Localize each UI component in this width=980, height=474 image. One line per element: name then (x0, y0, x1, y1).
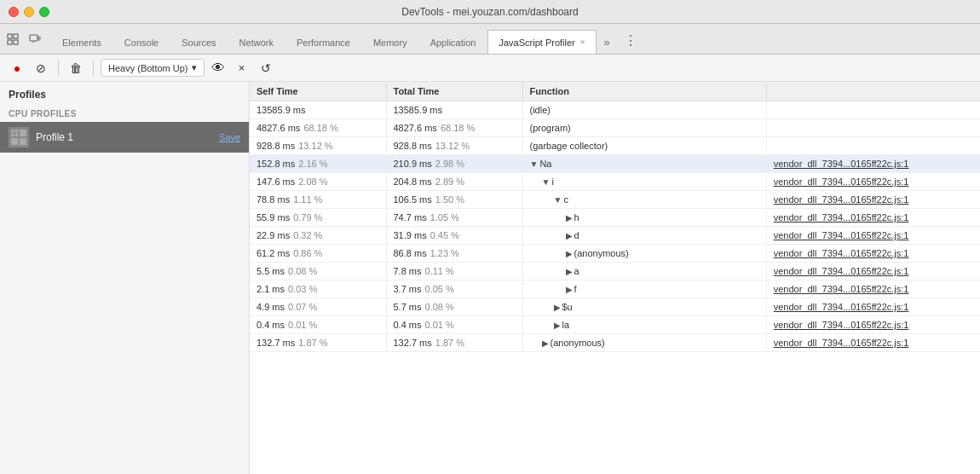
col-function[interactable]: Function (522, 82, 766, 101)
table-row[interactable]: 928.8 ms13.12 %928.8 ms13.12 %(garbage c… (250, 137, 980, 155)
cell-file[interactable]: vendor_dll_7394...0165ff22c.js:1 (766, 316, 980, 334)
maximize-button[interactable] (39, 7, 49, 17)
cell-self-time: 4827.6 ms68.18 % (250, 119, 386, 137)
tab-network[interactable]: Network (228, 30, 285, 54)
expand-icon[interactable]: ▶ (566, 285, 573, 294)
cell-total-time: 13585.9 ms (386, 101, 522, 119)
cell-function[interactable]: (program) (522, 119, 766, 137)
expand-icon[interactable]: ▼ (554, 195, 562, 205)
exclude-button[interactable]: × (232, 58, 252, 78)
clear-button[interactable]: 🗑 (66, 58, 86, 78)
tab-elements[interactable]: Elements (51, 30, 112, 54)
tab-js-profiler[interactable]: JavaScript Profiler × (487, 30, 596, 54)
expand-icon[interactable]: ▶ (554, 321, 561, 330)
cell-function[interactable]: ▼c (522, 191, 766, 209)
cell-file[interactable]: vendor_dll_7394...0165ff22c.js:1 (766, 173, 980, 191)
cell-function[interactable]: ▶(anonymous) (522, 334, 766, 352)
table-row[interactable]: 4827.6 ms68.18 %4827.6 ms68.18 %(program… (250, 119, 980, 137)
profile-save-link[interactable]: Save (219, 132, 240, 142)
focus-button[interactable]: 👁 (208, 58, 228, 78)
expand-icon[interactable]: ▶ (566, 249, 573, 258)
dropdown-arrow-icon: ▾ (192, 62, 197, 73)
cell-file[interactable]: vendor_dll_7394...0165ff22c.js:1 (766, 280, 980, 298)
minimize-button[interactable] (24, 7, 34, 17)
close-button[interactable] (9, 7, 19, 17)
table-header-row: Self Time Total Time Function (250, 82, 980, 101)
profile-icon (9, 127, 29, 147)
table-row[interactable]: 0.4 ms0.01 %0.4 ms0.01 %▶lavendor_dll_73… (250, 316, 980, 334)
table-row[interactable]: 132.7 ms1.87 %132.7 ms1.87 %▶(anonymous)… (250, 334, 980, 352)
cell-file[interactable]: vendor_dll_7394...0165ff22c.js:1 (766, 155, 980, 173)
cpu-profiles-label: CPU PROFILES (0, 106, 249, 122)
cell-file[interactable]: vendor_dll_7394...0165ff22c.js:1 (766, 191, 980, 209)
cell-function[interactable]: ▼Na (522, 155, 766, 173)
table-row[interactable]: 22.9 ms0.32 %31.9 ms0.45 %▶dvendor_dll_7… (250, 227, 980, 245)
profile-item[interactable]: Profile 1 Save (0, 122, 249, 153)
expand-icon[interactable]: ▼ (530, 159, 539, 169)
cell-total-time: 132.7 ms1.87 % (386, 334, 522, 352)
record-button[interactable]: ● (7, 58, 27, 78)
tab-bar: Elements Console Sources Network Perform… (0, 24, 980, 55)
table-row[interactable]: 78.8 ms1.11 %106.5 ms1.50 %▼cvendor_dll_… (250, 191, 980, 209)
tab-sources[interactable]: Sources (170, 30, 227, 54)
cell-function[interactable]: ▶$u (522, 298, 766, 316)
expand-icon[interactable]: ▶ (554, 303, 561, 312)
expand-icon[interactable]: ▶ (542, 338, 549, 348)
tab-application[interactable]: Application (419, 30, 487, 54)
cell-self-time: 78.8 ms1.11 % (250, 191, 386, 209)
cell-function[interactable]: ▶la (522, 316, 766, 334)
cell-function[interactable]: ▶d (522, 227, 766, 245)
cell-self-time: 55.9 ms0.79 % (250, 209, 386, 227)
traffic-lights (9, 7, 49, 17)
cell-total-time: 0.4 ms0.01 % (386, 316, 522, 334)
expand-icon[interactable]: ▶ (566, 231, 573, 240)
cell-file[interactable]: vendor_dll_7394...0165ff22c.js:1 (766, 298, 980, 316)
tab-more-button[interactable]: » (597, 36, 617, 49)
expand-icon[interactable]: ▶ (566, 267, 573, 276)
devtools-menu-button[interactable]: ⋮ (617, 32, 644, 49)
table-row[interactable]: 2.1 ms0.03 %3.7 ms0.05 %▶fvendor_dll_739… (250, 280, 980, 298)
view-dropdown[interactable]: Heavy (Bottom Up) ▾ (101, 59, 205, 77)
cell-total-time: 7.8 ms0.11 % (386, 263, 522, 280)
cell-function[interactable]: (idle) (522, 101, 766, 119)
cell-file[interactable]: vendor_dll_7394...0165ff22c.js:1 (766, 227, 980, 245)
cell-function[interactable]: ▶f (522, 280, 766, 298)
tab-close-icon[interactable]: × (580, 38, 585, 47)
cell-function[interactable]: ▶h (522, 209, 766, 227)
cell-total-time: 74.7 ms1.05 % (386, 209, 522, 227)
table-row[interactable]: 55.9 ms0.79 %74.7 ms1.05 %▶hvendor_dll_7… (250, 209, 980, 227)
cell-function[interactable]: (garbage collector) (522, 137, 766, 155)
cell-function[interactable]: ▶(anonymous) (522, 245, 766, 263)
cell-function[interactable]: ▼i (522, 173, 766, 191)
cell-self-time: 928.8 ms13.12 % (250, 137, 386, 155)
cell-total-time: 31.9 ms0.45 % (386, 227, 522, 245)
main-container: Profiles CPU PROFILES Profile 1 Save (0, 82, 980, 474)
stop-button[interactable]: ⊘ (31, 58, 51, 78)
table-row[interactable]: 13585.9 ms13585.9 ms(idle) (250, 101, 980, 119)
cell-total-time: 86.8 ms1.23 % (386, 245, 522, 263)
refresh-button[interactable]: ↺ (256, 58, 276, 78)
tab-console[interactable]: Console (113, 30, 170, 54)
inspect-icon[interactable] (3, 30, 22, 49)
svg-rect-4 (30, 35, 37, 41)
cell-function[interactable]: ▶a (522, 263, 766, 280)
tab-memory[interactable]: Memory (362, 30, 418, 54)
cell-file[interactable]: vendor_dll_7394...0165ff22c.js:1 (766, 209, 980, 227)
device-icon[interactable] (26, 30, 44, 49)
col-total-time[interactable]: Total Time (386, 82, 522, 101)
cell-file[interactable]: vendor_dll_7394...0165ff22c.js:1 (766, 245, 980, 263)
cell-total-time: 106.5 ms1.50 % (386, 191, 522, 209)
col-self-time[interactable]: Self Time (250, 82, 386, 101)
svg-rect-9 (11, 138, 18, 145)
table-row[interactable]: 61.2 ms0.86 %86.8 ms1.23 %▶(anonymous)ve… (250, 245, 980, 263)
table-row[interactable]: 4.9 ms0.07 %5.7 ms0.08 %▶$uvendor_dll_73… (250, 298, 980, 316)
cell-file[interactable]: vendor_dll_7394...0165ff22c.js:1 (766, 263, 980, 280)
table-row[interactable]: 5.5 ms0.08 %7.8 ms0.11 %▶avendor_dll_739… (250, 263, 980, 280)
tab-performance[interactable]: Performance (285, 30, 361, 54)
expand-icon[interactable]: ▼ (542, 177, 551, 187)
table-row[interactable]: 147.6 ms2.08 %204.8 ms2.89 %▼ivendor_dll… (250, 173, 980, 191)
cell-file[interactable]: vendor_dll_7394...0165ff22c.js:1 (766, 334, 980, 352)
cell-total-time: 4827.6 ms68.18 % (386, 119, 522, 137)
expand-icon[interactable]: ▶ (566, 213, 573, 223)
table-row[interactable]: 152.8 ms2.16 %210.9 ms2.98 %▼Navendor_dl… (250, 155, 980, 173)
